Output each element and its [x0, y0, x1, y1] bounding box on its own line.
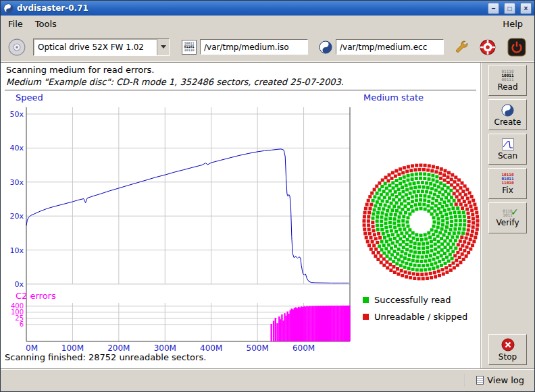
ecc-path-input[interactable] — [336, 39, 444, 55]
stop-button[interactable]: Stop — [488, 334, 527, 365]
lifesaver-icon — [479, 38, 496, 56]
svg-text:200M: 200M — [107, 343, 130, 353]
fix-bits-icon: 10110 01011 11010 — [501, 173, 513, 186]
drive-select[interactable]: Optical drive 52X FW 1.02 — [33, 38, 170, 56]
curve-area: 0M100M200M300M400M500M600M4001002560x10x… — [1, 63, 480, 368]
svg-text:300M: 300M — [154, 343, 176, 353]
window-title: dvdisaster-0.71 — [17, 3, 88, 13]
read-button[interactable]: 01110 10011 00111 Read — [488, 65, 527, 96]
iso-path-input[interactable] — [200, 39, 308, 55]
svg-text:50x: 50x — [9, 110, 24, 119]
medium-state-title: Medium state — [363, 92, 424, 103]
log-icon — [476, 376, 484, 385]
svg-text:500M: 500M — [247, 343, 269, 353]
legend-read-label: Successfully read — [374, 295, 451, 305]
binary-read-icon: 01110 10011 00111 — [501, 69, 513, 82]
svg-text:30x: 30x — [9, 178, 24, 187]
about-button[interactable] — [478, 37, 498, 57]
statusbar: View log — [1, 368, 534, 391]
speed-chart-title: Speed — [16, 92, 43, 103]
iso-file-icon: 10011 01101 10110 — [182, 40, 197, 55]
menu-tools[interactable]: Tools — [29, 18, 63, 30]
svg-text:600M: 600M — [292, 343, 315, 353]
create-button[interactable]: Create — [488, 99, 527, 130]
ecc-file-icon — [319, 40, 332, 54]
chart-icon — [502, 138, 514, 150]
close-button[interactable]: × — [520, 3, 532, 14]
scan-button[interactable]: Scan — [488, 134, 527, 165]
svg-text:6: 6 — [20, 320, 24, 328]
drive-select-value: Optical drive 52X FW 1.02 — [34, 39, 157, 55]
power-icon — [507, 38, 526, 57]
svg-text:100M: 100M — [61, 343, 84, 353]
svg-text:10x: 10x — [9, 246, 24, 255]
verify-button[interactable]: 0110 1011 ✓ Verify — [488, 202, 527, 233]
divider — [5, 90, 476, 90]
statusbar-separator — [465, 374, 466, 387]
medium-info: Medium "Example disc": CD-R mode 1, 3524… — [6, 77, 344, 87]
svg-text:0M: 0M — [26, 343, 38, 353]
app-icon — [3, 3, 14, 13]
legend-read-swatch — [363, 297, 369, 303]
status-line: Scanning medium for read errors. — [6, 65, 154, 75]
legend-successfully-read: Successfully read — [363, 295, 451, 305]
menu-help[interactable]: Help — [496, 18, 529, 30]
titlebar[interactable]: dvdisaster-0.71 – □ × — [1, 1, 534, 16]
svg-text:0x: 0x — [14, 280, 24, 289]
toolbar: Optical drive 52X FW 1.02 10011 01101 10… — [1, 32, 534, 63]
legend-unreadable: Unreadable / skipped — [363, 312, 467, 322]
wrench-icon — [453, 38, 471, 56]
scan-result-text: Scanning finished: 28752 unreadable sect… — [5, 352, 206, 362]
minimize-button[interactable]: – — [488, 3, 499, 14]
action-sidebar: 01110 10011 00111 Read Create — [480, 63, 534, 368]
app-window: dvdisaster-0.71 – □ × File Tools Help Op… — [0, 0, 535, 392]
c2-chart-title: C2 errors — [16, 291, 56, 301]
yin-yang-icon — [501, 104, 514, 117]
curve-canvas: 0M100M200M300M400M500M600M4001002560x10x… — [1, 63, 480, 368]
menubar: File Tools Help — [1, 16, 534, 32]
svg-text:400M: 400M — [200, 343, 222, 353]
view-log-button[interactable]: View log — [472, 372, 529, 388]
legend-unreadable-label: Unreadable / skipped — [374, 312, 467, 322]
menu-file[interactable]: File — [2, 18, 29, 30]
fix-button[interactable]: 10110 01011 11010 Fix — [488, 168, 527, 199]
cd-drive-icon — [7, 38, 26, 57]
drive-button[interactable] — [6, 36, 28, 58]
view-log-label: View log — [487, 375, 524, 385]
chevron-down-icon — [157, 39, 169, 55]
preferences-button[interactable] — [452, 37, 472, 57]
maximize-button[interactable]: □ — [504, 3, 515, 14]
svg-text:20x: 20x — [9, 212, 24, 221]
svg-text:40x: 40x — [9, 144, 24, 152]
stop-icon — [501, 338, 515, 352]
quit-button[interactable] — [506, 36, 528, 58]
verify-check-icon: 0110 1011 ✓ — [503, 209, 512, 218]
legend-unreadable-swatch — [363, 314, 369, 320]
